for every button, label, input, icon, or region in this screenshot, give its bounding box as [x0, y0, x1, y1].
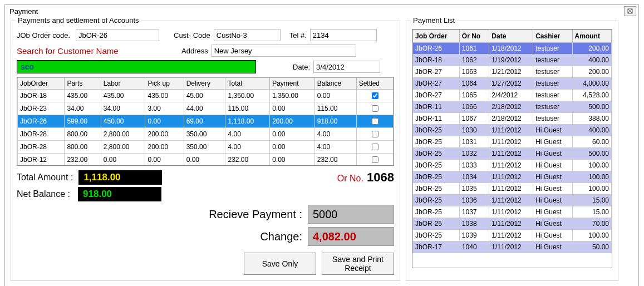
plist-cell: 60.00	[572, 136, 611, 148]
plist-cell: 70.00	[572, 218, 611, 230]
plist-cell: Hi Guest	[533, 160, 572, 171]
plist-row[interactable]: JbOR-2510321/11/2012Hi Guest500.00	[413, 148, 612, 160]
plist-row[interactable]: JbOR-2510341/11/2012Hi Guest100.00	[413, 171, 612, 183]
grid-header[interactable]: JobOrder	[18, 78, 65, 90]
plist-header[interactable]: Amount	[572, 30, 611, 43]
job-order-code-field[interactable]	[76, 29, 159, 41]
table-cell: JbOR-12	[18, 154, 65, 166]
table-row[interactable]: JbOR-12232.000.000.000.00232.000.00232.0…	[18, 154, 394, 166]
table-cell: JbOR-26	[18, 115, 65, 128]
plist-header[interactable]: Date	[489, 30, 533, 43]
plist-row[interactable]: JbOR-2710652/4/2012testuser4,528.00	[413, 90, 612, 101]
settled-checkbox[interactable]	[372, 144, 378, 150]
plist-cell: 2/18/2012	[489, 101, 533, 113]
plist-row[interactable]: JbOR-1110672/18/2012testuser388.00	[413, 113, 612, 125]
cust-code-field[interactable]	[214, 29, 281, 41]
plist-row[interactable]: JbOR-2510351/11/2012Hi Guest100.00	[413, 183, 612, 195]
plist-row[interactable]: JbOR-2510381/11/2012Hi Guest70.00	[413, 218, 612, 230]
grid-header[interactable]: Parts	[65, 78, 101, 90]
plist-cell: 1/27/2012	[489, 78, 533, 90]
settlement-grid[interactable]: JobOrderPartsLaborPick upDeliveryTotalPa…	[17, 77, 394, 166]
plist-cell: JbOR-25	[413, 230, 460, 241]
plist-row[interactable]: JbOR-2510301/11/2012Hi Guest400.00	[413, 125, 612, 136]
table-cell: 0.00	[145, 154, 184, 166]
plist-cell: JbOR-25	[413, 218, 460, 230]
table-row[interactable]: JbOR-18435.00435.00435.0045.001,350.001,…	[18, 90, 394, 102]
address-field[interactable]	[212, 45, 356, 57]
plist-row[interactable]: JbOR-2510391/11/2012Hi Guest100.00	[413, 230, 612, 241]
settled-checkbox[interactable]	[372, 131, 378, 137]
plist-cell: 1062	[459, 55, 489, 66]
plist-row[interactable]: JbOR-1710401/11/2012Hi Guest50.00	[413, 241, 612, 253]
search-input[interactable]	[17, 60, 256, 73]
table-row[interactable]: JbOR-28800.002,800.00200.00350.004.000.0…	[18, 128, 394, 141]
plist-row[interactable]: JbOR-2610611/18/2012testuser200.00	[413, 43, 612, 55]
table-row[interactable]: JbOR-2334.0034.003.0044.00115.000.00115.…	[18, 102, 394, 115]
table-cell: JbOR-18	[18, 90, 65, 102]
plist-header[interactable]: Cashier	[533, 30, 572, 43]
save-print-button[interactable]: Save and Print Receipt	[322, 253, 394, 275]
table-cell: 4.00	[314, 141, 356, 154]
plist-cell: JbOR-25	[413, 171, 460, 183]
grid-header[interactable]: Labor	[101, 78, 145, 90]
plist-cell: 1/11/2012	[489, 148, 533, 160]
settled-checkbox[interactable]	[372, 92, 378, 99]
plist-row[interactable]: JbOR-1110662/18/2012testuser500.00	[413, 101, 612, 113]
payment-list-grid[interactable]: Job OrderOr NoDateCashierAmount JbOR-261…	[412, 29, 612, 268]
table-row[interactable]: JbOR-26599.00450.000.0069.001,118.00200.…	[18, 115, 394, 128]
grid-header[interactable]: Balance	[314, 78, 356, 90]
date-field[interactable]	[313, 61, 380, 73]
plist-cell: JbOR-11	[413, 101, 460, 113]
plist-cell: 1067	[459, 113, 489, 125]
settled-checkbox[interactable]	[372, 118, 378, 125]
or-no-label: Or No.	[337, 174, 363, 183]
grid-header[interactable]: Settled	[356, 78, 393, 90]
plist-cell: 1/19/2012	[489, 55, 533, 66]
plist-row[interactable]: JbOR-2710631/21/2012testuser200.00	[413, 66, 612, 78]
grid-header[interactable]: Total	[225, 78, 270, 90]
address-label: Address	[181, 47, 208, 55]
plist-row[interactable]: JbOR-1810621/19/2012testuser400.00	[413, 55, 612, 66]
close-button[interactable]	[624, 6, 636, 16]
table-cell: 0.00	[101, 154, 145, 166]
table-cell: 350.00	[184, 128, 225, 141]
settled-cell	[356, 90, 393, 102]
plist-row[interactable]: JbOR-2510371/11/2012Hi Guest15.00	[413, 206, 612, 218]
plist-row[interactable]: JbOR-2510311/11/2012Hi Guest60.00	[413, 136, 612, 148]
plist-cell: 400.00	[572, 125, 611, 136]
table-cell: 0.00	[314, 90, 356, 102]
receive-payment-field[interactable]	[308, 205, 394, 224]
plist-cell: 388.00	[572, 113, 611, 125]
net-balance-label: Net Balance :	[17, 189, 70, 199]
plist-cell: 1063	[459, 66, 489, 78]
plist-row[interactable]: JbOR-2710641/27/2012testuser4,000.00	[413, 78, 612, 90]
plist-row[interactable]: JbOR-2510331/11/2012Hi Guest100.00	[413, 160, 612, 171]
plist-header[interactable]: Job Order	[413, 30, 460, 43]
plist-cell: 1064	[459, 78, 489, 90]
save-only-button[interactable]: Save Only	[244, 253, 316, 275]
grid-header[interactable]: Pick up	[145, 78, 184, 90]
plist-cell: 1036	[459, 195, 489, 206]
table-cell: JbOR-28	[18, 128, 65, 141]
or-no-value: 1068	[367, 170, 394, 184]
grid-header[interactable]: Payment	[270, 78, 315, 90]
tel-field[interactable]	[310, 29, 377, 41]
plist-cell: Hi Guest	[533, 218, 572, 230]
plist-cell: Hi Guest	[533, 195, 572, 206]
settled-checkbox[interactable]	[372, 105, 378, 112]
receive-payment-label: Recieve Payment :	[209, 208, 302, 221]
plist-header[interactable]: Or No	[459, 30, 489, 43]
table-cell: 45.00	[184, 90, 225, 102]
plist-cell: Hi Guest	[533, 241, 572, 253]
plist-cell: 1/21/2012	[489, 66, 533, 78]
plist-row[interactable]: JbOR-2510361/11/2012Hi Guest15.00	[413, 195, 612, 206]
plist-cell: JbOR-25	[413, 148, 460, 160]
table-cell: 232.00	[225, 154, 270, 166]
settled-checkbox[interactable]	[372, 156, 378, 163]
grid-header[interactable]: Delivery	[184, 78, 225, 90]
table-cell: 0.00	[270, 154, 315, 166]
table-cell: 115.00	[225, 102, 270, 115]
table-row[interactable]: JbOR-28800.002,800.00200.00350.004.000.0…	[18, 141, 394, 154]
titlebar: Payment	[5, 5, 638, 17]
plist-cell: 1/11/2012	[489, 206, 533, 218]
